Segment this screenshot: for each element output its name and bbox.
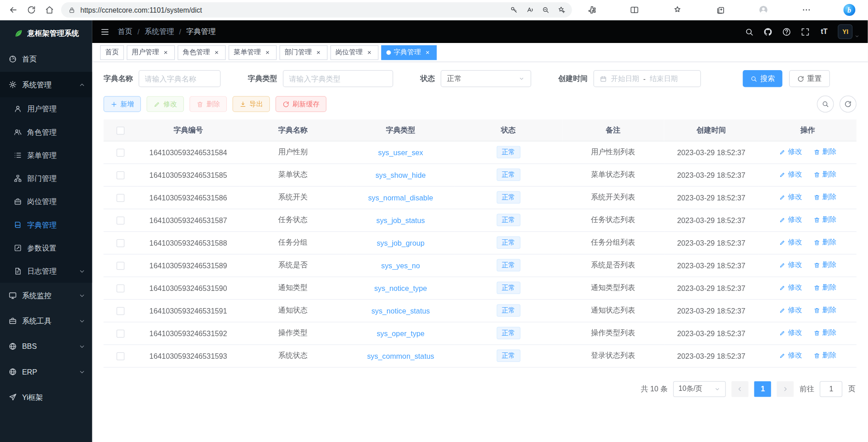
sidebar-item-system-management[interactable]: 系统管理 (0, 72, 92, 97)
row-delete-button[interactable]: 删除 (813, 170, 836, 179)
font-size-icon[interactable]: tT (819, 27, 829, 36)
tab-role-management[interactable]: 角色管理 × (178, 45, 226, 60)
row-delete-button[interactable]: 删除 (813, 192, 836, 202)
page-size-select[interactable]: 10条/页 (673, 381, 726, 397)
row-edit-button[interactable]: 修改 (779, 215, 802, 224)
dict-type-link[interactable]: sys_normal_disable (368, 193, 433, 202)
select-all-checkbox[interactable] (116, 126, 124, 134)
back-arrow-icon[interactable] (5, 2, 22, 18)
sidebar-item-dept-management[interactable]: 部门管理 (0, 167, 92, 190)
toggle-search-button[interactable] (817, 95, 834, 113)
tab-close-icon[interactable]: × (315, 48, 323, 57)
tab-close-icon[interactable]: × (264, 48, 272, 57)
search-button[interactable]: 搜索 (743, 70, 782, 87)
tab-dept-management[interactable]: 部门管理 × (280, 45, 328, 60)
status-select[interactable]: 正常 (441, 70, 531, 87)
sidebar-item-dict-management[interactable]: 字典管理 (0, 213, 92, 236)
dict-name-input[interactable] (138, 70, 220, 87)
sidebar-item-param-settings[interactable]: 参数设置 (0, 237, 92, 260)
row-delete-button[interactable]: 删除 (813, 283, 836, 292)
dict-type-link[interactable]: sys_yes_no (381, 261, 420, 270)
refresh-table-button[interactable] (839, 95, 857, 113)
row-delete-button[interactable]: 删除 (813, 215, 836, 224)
dict-type-link[interactable]: sys_user_sex (378, 148, 423, 157)
dict-type-link[interactable]: sys_job_group (377, 238, 424, 247)
github-icon[interactable] (763, 27, 773, 36)
dict-type-link[interactable]: sys_notice_type (374, 284, 427, 292)
tab-close-icon[interactable]: × (213, 48, 221, 57)
search-icon[interactable] (744, 27, 754, 36)
key-icon[interactable] (506, 3, 521, 17)
sidebar-item-role-management[interactable]: 角色管理 (0, 120, 92, 143)
sidebar-item-system-tools[interactable]: 系统工具 (0, 308, 92, 333)
current-page-button[interactable]: 1 (754, 381, 772, 397)
sidebar-item-bbs[interactable]: BBS (0, 334, 92, 359)
read-aloud-icon[interactable] (522, 3, 537, 17)
sidebar-item-home[interactable]: 首页 (0, 47, 92, 72)
favorite-add-icon[interactable] (554, 3, 569, 17)
sidebar-item-yi-framework[interactable]: Yi框架 (0, 385, 92, 410)
row-edit-button[interactable]: 修改 (779, 260, 802, 270)
prev-page-button[interactable] (732, 381, 749, 397)
tab-close-icon[interactable]: × (366, 48, 374, 57)
tab-dict-management[interactable]: 字典管理 × (382, 45, 437, 60)
row-checkbox[interactable] (116, 239, 124, 247)
address-bar[interactable]: https://ccnetcore.com:1101/system/dict (61, 2, 572, 18)
delete-button[interactable]: 删除 (190, 96, 227, 112)
edit-button[interactable]: 修改 (147, 96, 184, 112)
row-checkbox[interactable] (116, 148, 124, 157)
help-icon[interactable] (782, 27, 792, 36)
tab-menu-management[interactable]: 菜单管理 × (229, 45, 277, 60)
breadcrumb-link[interactable]: 首页 (118, 27, 133, 37)
row-delete-button[interactable]: 删除 (813, 147, 836, 157)
next-page-button[interactable] (777, 381, 794, 397)
row-delete-button[interactable]: 删除 (813, 328, 836, 337)
row-edit-button[interactable]: 修改 (779, 283, 802, 292)
dict-type-link[interactable]: sys_notice_status (372, 306, 430, 315)
row-delete-button[interactable]: 删除 (813, 305, 836, 315)
row-checkbox[interactable] (116, 261, 124, 270)
breadcrumb-link[interactable]: 字典管理 (186, 27, 216, 37)
row-checkbox[interactable] (116, 194, 124, 202)
export-button[interactable]: 导出 (233, 96, 270, 112)
zoom-out-icon[interactable] (538, 3, 553, 17)
reset-button[interactable]: 重置 (789, 70, 830, 87)
row-edit-button[interactable]: 修改 (779, 351, 802, 360)
dict-type-link[interactable]: sys_show_hide (376, 171, 426, 179)
favorites-icon[interactable] (669, 2, 686, 18)
tab-user-management[interactable]: 用户管理 × (127, 45, 175, 60)
copilot-icon[interactable]: b (841, 2, 858, 18)
more-icon[interactable] (798, 2, 815, 18)
profile-icon[interactable] (755, 2, 772, 18)
extensions-icon[interactable] (583, 2, 601, 18)
row-delete-button[interactable]: 删除 (813, 351, 836, 360)
sidebar-item-menu-management[interactable]: 菜单管理 (0, 144, 92, 167)
hamburger-menu-icon[interactable] (100, 27, 110, 36)
collections-icon[interactable] (712, 2, 729, 18)
user-menu[interactable]: YI (838, 24, 860, 39)
sidebar-item-user-management[interactable]: 用户管理 (0, 97, 92, 120)
row-edit-button[interactable]: 修改 (779, 328, 802, 337)
refresh-icon[interactable] (23, 2, 40, 18)
dict-type-link[interactable]: sys_job_status (377, 216, 425, 224)
tab-close-icon[interactable]: × (424, 48, 432, 57)
home-icon[interactable] (41, 2, 58, 18)
row-checkbox[interactable] (116, 352, 124, 360)
sidebar-item-post-management[interactable]: 岗位管理 (0, 190, 92, 213)
goto-page-input[interactable] (820, 381, 843, 397)
row-edit-button[interactable]: 修改 (779, 170, 802, 179)
row-edit-button[interactable]: 修改 (779, 192, 802, 202)
date-range-picker[interactable]: 开始日期 - 结束日期 (593, 70, 701, 87)
tab-home[interactable]: 首页 (100, 45, 124, 60)
sidebar-item-log-management[interactable]: 日志管理 (0, 260, 92, 283)
fullscreen-icon[interactable] (801, 27, 810, 36)
tab-close-icon[interactable]: × (162, 48, 170, 57)
sidebar-item-system-monitor[interactable]: 系统监控 (0, 283, 92, 308)
row-delete-button[interactable]: 删除 (813, 260, 836, 270)
row-checkbox[interactable] (116, 307, 124, 315)
split-screen-icon[interactable] (626, 2, 644, 18)
row-delete-button[interactable]: 删除 (813, 238, 836, 247)
row-edit-button[interactable]: 修改 (779, 305, 802, 315)
row-edit-button[interactable]: 修改 (779, 147, 802, 157)
row-checkbox[interactable] (116, 171, 124, 179)
